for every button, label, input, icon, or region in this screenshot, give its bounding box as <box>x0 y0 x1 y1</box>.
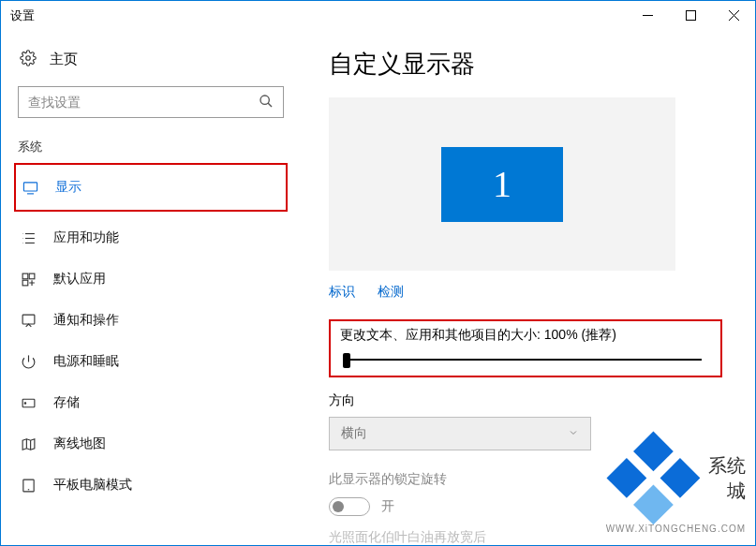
sidebar-item-label: 默认应用 <box>53 271 106 288</box>
titlebar: 设置 <box>1 1 755 31</box>
sidebar-item-display[interactable]: 显示 <box>20 167 282 208</box>
sidebar-item-storage[interactable]: 存储 <box>18 382 284 423</box>
slider-thumb[interactable] <box>343 353 350 368</box>
svg-rect-17 <box>22 280 28 286</box>
map-icon <box>20 436 37 452</box>
svg-rect-16 <box>29 273 35 279</box>
slider-track-line <box>346 359 702 361</box>
svg-rect-15 <box>22 273 28 279</box>
gear-icon <box>20 50 37 69</box>
sidebar: 主页 系统 显示 应 <box>1 31 301 545</box>
search-box[interactable] <box>18 86 284 118</box>
svg-rect-7 <box>23 182 37 190</box>
sidebar-item-label: 存储 <box>53 394 80 411</box>
home-label: 主页 <box>50 51 78 68</box>
svg-rect-1 <box>686 11 695 21</box>
defaults-icon <box>20 272 37 288</box>
scale-slider[interactable] <box>340 353 711 366</box>
list-icon <box>20 230 37 246</box>
minimize-button[interactable] <box>626 1 669 31</box>
sidebar-item-label: 离线地图 <box>53 435 106 452</box>
scale-label: 更改文本、应用和其他项目的大小: 100% (推荐) <box>340 327 711 344</box>
svg-rect-28 <box>633 485 674 525</box>
window-title: 设置 <box>10 7 35 24</box>
svg-rect-27 <box>606 458 646 498</box>
watermark-sub: WWW.XiTONGCHENG.COM <box>606 524 746 534</box>
detect-link[interactable]: 检测 <box>378 284 404 301</box>
storage-icon <box>20 395 37 411</box>
annotation-highlight-display: 显示 <box>14 163 288 212</box>
svg-rect-18 <box>22 315 35 324</box>
sidebar-item-notifications[interactable]: 通知和操作 <box>18 300 284 341</box>
monitor-1[interactable]: 1 <box>441 147 563 222</box>
chevron-down-icon <box>568 426 579 441</box>
search-icon <box>259 94 274 111</box>
maximize-button[interactable] <box>669 1 712 31</box>
toggle-knob <box>333 501 344 512</box>
orientation-value: 横向 <box>341 425 367 442</box>
sidebar-item-label: 应用和功能 <box>53 229 119 246</box>
sidebar-item-maps[interactable]: 离线地图 <box>18 423 284 465</box>
sidebar-item-label: 通知和操作 <box>53 312 119 329</box>
monitor-preview-area[interactable]: 1 <box>329 97 675 271</box>
watermark-logo-icon <box>606 431 701 525</box>
sidebar-item-label: 电源和睡眠 <box>53 353 119 370</box>
settings-window: 设置 主页 系统 <box>0 0 756 546</box>
watermark-text: 系统城 <box>707 453 746 504</box>
orientation-dropdown[interactable]: 横向 <box>329 417 591 450</box>
svg-line-6 <box>268 103 272 107</box>
monitor-number: 1 <box>493 162 511 206</box>
svg-rect-26 <box>660 458 700 498</box>
power-icon <box>20 354 37 370</box>
lock-rotation-toggle[interactable] <box>329 497 370 516</box>
orientation-label: 方向 <box>329 392 755 409</box>
svg-rect-25 <box>633 432 674 472</box>
svg-point-20 <box>24 402 25 403</box>
search-input[interactable] <box>28 95 259 110</box>
home-link[interactable]: 主页 <box>18 50 284 69</box>
sidebar-item-power[interactable]: 电源和睡眠 <box>18 341 284 382</box>
watermark: 系统城 WWW.XiTONGCHENG.COM <box>606 431 746 534</box>
identify-link[interactable]: 标识 <box>329 284 355 301</box>
page-title: 自定义显示器 <box>329 48 755 81</box>
annotation-highlight-scale: 更改文本、应用和其他项目的大小: 100% (推荐) <box>329 319 722 377</box>
toggle-label: 开 <box>381 498 394 515</box>
monitor-icon <box>22 180 38 196</box>
sidebar-item-default-apps[interactable]: 默认应用 <box>18 258 284 300</box>
svg-point-5 <box>260 96 269 104</box>
notifications-icon <box>20 313 37 329</box>
category-label: 系统 <box>18 139 284 155</box>
svg-point-4 <box>26 56 31 61</box>
close-button[interactable] <box>712 1 755 31</box>
sidebar-item-label: 平板电脑模式 <box>53 477 132 494</box>
tablet-icon <box>20 478 37 494</box>
sidebar-item-tablet[interactable]: 平板电脑模式 <box>18 465 284 506</box>
sidebar-item-label: 显示 <box>55 179 82 196</box>
sidebar-item-apps[interactable]: 应用和功能 <box>18 217 284 258</box>
